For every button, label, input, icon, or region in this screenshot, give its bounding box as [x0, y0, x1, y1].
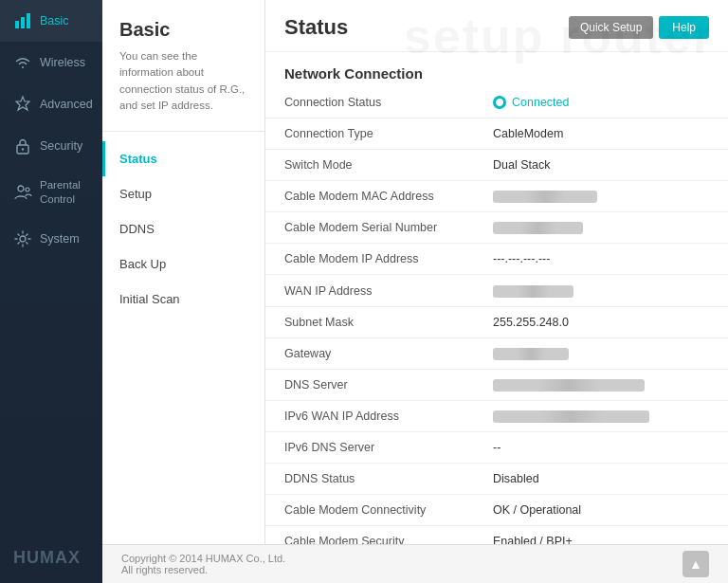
content-wrapper: Basic You can see the information about …: [102, 0, 728, 544]
status-connected: Connected: [493, 96, 709, 109]
sidebar-item-advanced[interactable]: Advanced: [0, 83, 102, 125]
rights-text: All rights reserved.: [121, 564, 285, 575]
sidebar-item-wireless[interactable]: Wireless: [0, 42, 102, 83]
content-header: Status setup router Quick Setup Help: [265, 0, 728, 52]
sidebar-item-advanced-label: Advanced: [40, 98, 93, 111]
help-button[interactable]: Help: [659, 16, 709, 39]
blurred-value: [493, 285, 573, 298]
row-value: ---.---.---.---: [474, 244, 728, 275]
svg-marker-3: [16, 97, 29, 110]
svg-point-7: [26, 188, 29, 191]
row-value: Enabled / BPI+: [474, 526, 728, 544]
subnav-item-status[interactable]: Status: [102, 141, 264, 176]
page-title: Status: [284, 15, 348, 40]
wifi-icon: [13, 53, 32, 72]
svg-rect-1: [21, 17, 25, 28]
row-value: OK / Operational: [474, 495, 728, 526]
status-dot-icon: [493, 96, 506, 109]
table-row: Connection StatusConnected: [265, 87, 728, 118]
copyright-text: Copyright © 2014 HUMAX Co., Ltd.: [121, 553, 285, 564]
row-value: Disabled: [474, 464, 728, 495]
sidebar-item-system[interactable]: System: [0, 218, 102, 260]
row-label: Cable Modem Connectivity: [265, 495, 474, 526]
subnav-item-ddns[interactable]: DDNS: [102, 211, 264, 246]
row-label: DDNS Status: [265, 464, 474, 495]
sidebar-item-parental-control[interactable]: Parental Control: [0, 167, 102, 218]
blurred-value: [493, 191, 597, 203]
scroll-up-button[interactable]: ▲: [682, 551, 709, 577]
footer: Copyright © 2014 HUMAX Co., Ltd. All rig…: [102, 544, 728, 583]
table-row: IPv6 DNS Server--: [265, 432, 728, 464]
row-label: Gateway: [265, 337, 474, 369]
row-label: IPv6 DNS Server: [265, 432, 474, 464]
svg-point-6: [18, 186, 24, 191]
svg-point-5: [22, 148, 24, 150]
row-value: [474, 401, 728, 432]
sidebar: Basic Wireless Advanced Security: [0, 0, 102, 583]
blurred-value: [493, 348, 569, 360]
row-value: [474, 275, 728, 306]
main-area: Basic You can see the information about …: [102, 0, 728, 583]
table-row: Gateway: [265, 337, 728, 369]
network-connection-title: Network Connection: [265, 52, 728, 87]
row-label: Cable Modem MAC Address: [265, 181, 474, 212]
chart-icon: [13, 11, 32, 30]
row-label: WAN IP Address: [265, 275, 474, 306]
blurred-value: [493, 379, 645, 392]
row-value: Dual Stack: [474, 150, 728, 181]
table-row: Cable Modem IP Address---.---.---.---: [265, 244, 728, 275]
row-value: [474, 181, 728, 212]
row-label: Subnet Mask: [265, 306, 474, 337]
row-value: [474, 337, 728, 369]
sidebar-item-security-label: Security: [40, 139, 82, 153]
sidebar-item-parental-label: Parental Control: [40, 178, 89, 207]
table-row: Subnet Mask255.255.248.0: [265, 306, 728, 337]
row-value: 255.255.248.0: [474, 306, 728, 337]
svg-rect-2: [27, 13, 30, 28]
footer-text: Copyright © 2014 HUMAX Co., Ltd. All rig…: [121, 553, 285, 575]
row-value: [474, 212, 728, 244]
row-value: Connected: [474, 87, 728, 118]
table-row: IPv6 WAN IP Address: [265, 401, 728, 432]
table-row: Cable Modem SecurityEnabled / BPI+: [265, 526, 728, 544]
row-label: Connection Type: [265, 118, 474, 150]
row-label: DNS Server: [265, 369, 474, 400]
svg-rect-0: [15, 21, 19, 28]
subnav-description: You can see the information about connec…: [119, 48, 247, 114]
row-label: IPv6 WAN IP Address: [265, 401, 474, 432]
blurred-value: [493, 410, 649, 423]
system-icon: [13, 229, 32, 248]
subnav-item-setup[interactable]: Setup: [102, 176, 264, 211]
table-row: Cable Modem Serial Number: [265, 212, 728, 244]
table-row: Switch ModeDual Stack: [265, 150, 728, 181]
table-row: Cable Modem ConnectivityOK / Operational: [265, 495, 728, 526]
row-label: Connection Status: [265, 87, 474, 118]
row-value: [474, 369, 728, 400]
advanced-icon: [13, 95, 32, 114]
brand-logo: HUMAX: [0, 533, 102, 583]
content-area: Status setup router Quick Setup Help Net…: [265, 0, 728, 544]
row-value: --: [474, 432, 728, 464]
sidebar-item-basic-label: Basic: [40, 14, 69, 27]
row-value: CableModem: [474, 118, 728, 150]
network-connection-table: Connection StatusConnectedConnection Typ…: [265, 87, 728, 544]
subnav-item-backup[interactable]: Back Up: [102, 246, 264, 282]
row-label: Cable Modem Serial Number: [265, 212, 474, 244]
sidebar-item-wireless-label: Wireless: [40, 56, 85, 69]
header-buttons: Quick Setup Help: [569, 16, 709, 39]
table-row: WAN IP Address: [265, 275, 728, 306]
security-icon: [13, 137, 32, 155]
svg-point-8: [20, 236, 26, 242]
sidebar-item-security[interactable]: Security: [0, 125, 102, 167]
blurred-value: [493, 222, 583, 234]
sidebar-item-system-label: System: [40, 232, 80, 246]
table-row: DNS Server: [265, 369, 728, 400]
row-label: Switch Mode: [265, 150, 474, 181]
sidebar-item-basic[interactable]: Basic: [0, 0, 102, 42]
subnav-item-initial-scan[interactable]: Initial Scan: [102, 282, 264, 317]
subnav: Basic You can see the information about …: [102, 0, 265, 544]
quick-setup-button[interactable]: Quick Setup: [569, 16, 653, 39]
subnav-header: Basic You can see the information about …: [102, 0, 264, 121]
table-row: DDNS StatusDisabled: [265, 464, 728, 495]
row-label: Cable Modem Security: [265, 526, 474, 544]
